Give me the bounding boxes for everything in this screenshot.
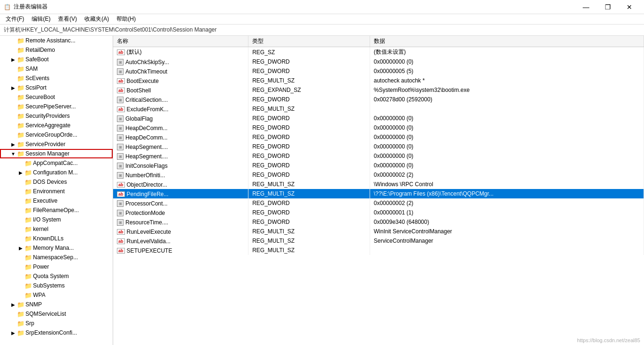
maximize-button[interactable]: ❐ bbox=[597, 0, 619, 14]
tree-item[interactable]: ▶📁SafeBoot bbox=[0, 55, 113, 64]
table-row[interactable]: ⊞ HeapSegment.... REG_DWORD 0x00000000 (… bbox=[113, 151, 644, 161]
row-icon: ⊞ CriticalSection.... bbox=[117, 97, 168, 103]
tree-item[interactable]: 📁Executive bbox=[0, 196, 113, 205]
tree-item[interactable]: ▶📁SNMP bbox=[0, 300, 113, 309]
tree-toggle[interactable]: ▶ bbox=[17, 168, 25, 177]
tree-toggle bbox=[17, 196, 25, 205]
tree-item[interactable]: 📁SQMServiceList bbox=[0, 309, 113, 319]
tree-item[interactable]: 📁Remote Assistanc... bbox=[0, 36, 113, 45]
table-row[interactable]: ⊞ GlobalFlag REG_DWORD 0x00000000 (0) bbox=[113, 114, 644, 123]
tree-label: FileRenameOpe... bbox=[33, 207, 79, 214]
tree-item[interactable]: 📁FileRenameOpe... bbox=[0, 205, 113, 215]
tree-toggle bbox=[17, 281, 25, 290]
reg-type-cell: REG_MULTI_SZ bbox=[248, 246, 370, 255]
table-row[interactable]: ⊞ HeapDeComm... REG_DWORD 0x00000000 (0) bbox=[113, 132, 644, 142]
minimize-button[interactable]: — bbox=[575, 0, 597, 14]
tree-toggle bbox=[9, 45, 17, 55]
reg-data-cell: ServiceControlManager bbox=[370, 236, 644, 246]
tree-toggle[interactable]: ▶ bbox=[17, 243, 25, 253]
tree-item[interactable]: 📁SecureBoot bbox=[0, 92, 113, 102]
reg-data-cell: \Windows \RPC Control bbox=[370, 180, 644, 189]
menu-file[interactable]: 文件(F) bbox=[2, 14, 28, 24]
content-panel[interactable]: 名称 类型 数据 ab (默认) REG_SZ (数值未设置) ⊞ AutoCh… bbox=[113, 36, 644, 345]
table-row[interactable]: ⊞ HeapDeComm... REG_DWORD 0x00000000 (0) bbox=[113, 123, 644, 132]
tree-toggle[interactable]: ▼ bbox=[9, 149, 17, 158]
tree-item[interactable]: 📁ServiceAggregate bbox=[0, 121, 113, 130]
row-icon: ab BootExecute bbox=[117, 78, 159, 84]
menu-edit[interactable]: 编辑(E) bbox=[28, 14, 54, 24]
table-row[interactable]: ⊞ InitConsoleFlags REG_DWORD 0x00000000 … bbox=[113, 161, 644, 170]
table-row[interactable]: ⊞ ProcessorCont... REG_DWORD 0x00000002 … bbox=[113, 198, 644, 208]
tree-toggle[interactable]: ▶ bbox=[9, 140, 17, 149]
table-row[interactable]: ab ExcludeFromK... REG_MULTI_SZ bbox=[113, 104, 644, 114]
reg-type-cell: REG_MULTI_SZ bbox=[248, 104, 370, 114]
tree-label: SQMServiceList bbox=[25, 311, 66, 317]
table-row[interactable]: ⊞ AutoChkTimeout REG_DWORD 0x00000005 (5… bbox=[113, 66, 644, 76]
reg-dword-icon: ⊞ bbox=[117, 97, 124, 103]
tree-item[interactable]: 📁Quota System bbox=[0, 271, 113, 281]
table-row[interactable]: ab SETUPEXECUTE REG_MULTI_SZ bbox=[113, 246, 644, 255]
tree-item[interactable]: 📁KnownDLLs bbox=[0, 234, 113, 243]
table-row[interactable]: ab PendingFileRe... REG_MULTI_SZ \??\E:\… bbox=[113, 189, 644, 198]
table-row[interactable]: ab BootExecute REG_MULTI_SZ autocheck au… bbox=[113, 76, 644, 85]
menu-view[interactable]: 查看(V) bbox=[54, 14, 81, 24]
tree-toggle[interactable]: ▶ bbox=[9, 328, 17, 337]
table-row[interactable]: ⊞ ResourceTime.... REG_DWORD 0x0009e340 … bbox=[113, 217, 644, 227]
tree-item[interactable]: ▶📁SrpExtensionConfi... bbox=[0, 328, 113, 337]
folder-icon: 📁 bbox=[17, 329, 25, 337]
tree-item[interactable]: 📁SecurePipeServer... bbox=[0, 102, 113, 111]
reg-type-cell: REG_DWORD bbox=[248, 95, 370, 104]
table-row[interactable]: ab ObjectDirector... REG_MULTI_SZ \Windo… bbox=[113, 180, 644, 189]
tree-item[interactable]: 📁ScEvents bbox=[0, 74, 113, 83]
tree-item[interactable]: ▼📁Session Manager bbox=[0, 149, 113, 158]
address-bar: 计算机\HKEY_LOCAL_MACHINE\SYSTEM\ControlSet… bbox=[0, 25, 644, 36]
tree-toggle[interactable]: ▶ bbox=[9, 83, 17, 92]
reg-type-cell: REG_DWORD bbox=[248, 151, 370, 161]
tree-item[interactable]: 📁SecurityProviders bbox=[0, 111, 113, 121]
reg-name-cell: ab PendingFileRe... bbox=[113, 189, 248, 198]
tree-item[interactable]: 📁AppCompatCac... bbox=[0, 158, 113, 168]
tree-item[interactable]: 📁RetailDemo bbox=[0, 45, 113, 55]
reg-name: (默认) bbox=[127, 48, 142, 56]
tree-item[interactable]: 📁WPA bbox=[0, 290, 113, 300]
tree-label: SrpExtensionConfi... bbox=[25, 329, 77, 336]
reg-name-cell: ab ExcludeFromK... bbox=[113, 104, 248, 114]
table-row[interactable]: ⊞ NumberOfIniti... REG_DWORD 0x00000002 … bbox=[113, 170, 644, 180]
tree-item[interactable]: 📁I/O System bbox=[0, 215, 113, 224]
table-row[interactable]: ⊞ AutoChkSkipSy... REG_DWORD 0x00000000 … bbox=[113, 57, 644, 66]
table-row[interactable]: ⊞ CriticalSection.... REG_DWORD 0x00278d… bbox=[113, 95, 644, 104]
tree-item[interactable]: ▶📁Configuration M... bbox=[0, 168, 113, 177]
tree-item[interactable]: ▶📁ScsiPort bbox=[0, 83, 113, 92]
table-row[interactable]: ab RunLevelExecute REG_MULTI_SZ WinInit … bbox=[113, 227, 644, 236]
tree-toggle[interactable]: ▶ bbox=[9, 300, 17, 309]
tree-item[interactable]: 📁NamespaceSep... bbox=[0, 253, 113, 262]
table-row[interactable]: ab RunLevelValida... REG_MULTI_SZ Servic… bbox=[113, 236, 644, 246]
tree-item[interactable]: 📁ServiceGroupOrde... bbox=[0, 130, 113, 140]
reg-ab-icon: ab bbox=[117, 107, 125, 112]
tree-item[interactable]: ▶📁Memory Mana... bbox=[0, 243, 113, 253]
table-row[interactable]: ab (默认) REG_SZ (数值未设置) bbox=[113, 47, 644, 58]
table-row[interactable]: ⊞ ProtectionMode REG_DWORD 0x00000001 (1… bbox=[113, 208, 644, 217]
table-row[interactable]: ⊞ HeapSegment.... REG_DWORD 0x00000000 (… bbox=[113, 142, 644, 151]
menu-help[interactable]: 帮助(H) bbox=[113, 14, 140, 24]
tree-label: Configuration M... bbox=[33, 169, 78, 176]
menu-bar: 文件(F) 编辑(E) 查看(V) 收藏夹(A) 帮助(H) bbox=[0, 14, 644, 25]
tree-item[interactable]: 📁kernel bbox=[0, 224, 113, 234]
tree-label: SecurePipeServer... bbox=[25, 103, 76, 110]
tree-item[interactable]: 📁SubSystems bbox=[0, 281, 113, 290]
tree-item[interactable]: 📁DOS Devices bbox=[0, 177, 113, 187]
tree-panel[interactable]: 📁Remote Assistanc...📁RetailDemo▶📁SafeBoo… bbox=[0, 36, 113, 345]
tree-item[interactable]: 📁Srp bbox=[0, 319, 113, 328]
tree-item[interactable]: 📁SAM bbox=[0, 64, 113, 74]
tree-item[interactable]: 📁Power bbox=[0, 262, 113, 271]
reg-ab-icon: ab bbox=[117, 78, 125, 84]
menu-favorites[interactable]: 收藏夹(A) bbox=[81, 14, 113, 24]
tree-item[interactable]: 📁Environment bbox=[0, 187, 113, 196]
reg-name-cell: ⊞ ResourceTime.... bbox=[113, 217, 248, 227]
close-button[interactable]: ✕ bbox=[619, 0, 640, 14]
table-row[interactable]: ab BootShell REG_EXPAND_SZ %SystemRoot%\… bbox=[113, 85, 644, 95]
tree-label: Remote Assistanc... bbox=[25, 37, 75, 44]
tree-item[interactable]: ▶📁ServiceProvider bbox=[0, 140, 113, 149]
folder-icon: 📁 bbox=[17, 65, 25, 73]
tree-toggle[interactable]: ▶ bbox=[9, 55, 17, 64]
